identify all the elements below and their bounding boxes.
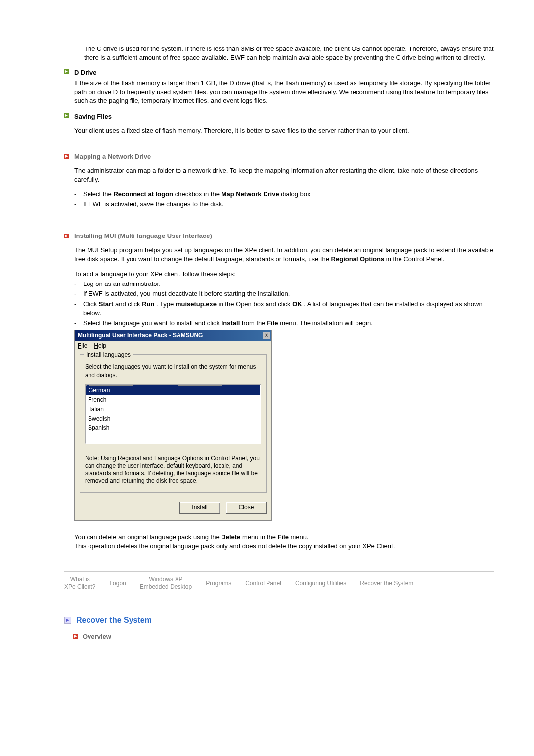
dash-item: -If EWF is activated, you must deactivat… <box>74 289 494 298</box>
dash-item: - Select the Reconnect at logon checkbox… <box>74 190 494 199</box>
close-button[interactable]: Close <box>226 502 267 514</box>
section-square-icon <box>64 617 71 624</box>
delete-pack-line1: You can delete an original language pack… <box>74 533 494 542</box>
fieldset-legend: Install languages <box>84 351 133 359</box>
dash-item: -Log on as an administrator. <box>74 280 494 288</box>
text: in the Open box and click <box>217 300 292 308</box>
dialog-title: Multilingual User Interface Pack - SAMSU… <box>78 331 203 340</box>
mui-steps-intro: To add a language to your XPe client, fo… <box>74 270 494 279</box>
bold-text: File <box>267 319 278 327</box>
saving-files-heading: Saving Files <box>74 112 409 121</box>
tab-windows-xp-embedded-desktop[interactable]: Windows XP Embedded Desktop <box>140 576 192 591</box>
bullet-icon <box>64 69 74 74</box>
tab-configuring-utilities[interactable]: Configuring Utilities <box>295 580 346 587</box>
tab-logon[interactable]: Logon <box>109 580 126 587</box>
text: Select the <box>83 190 113 198</box>
dash-item: - If EWF is activated, save the changes … <box>74 200 494 209</box>
c-drive-text: The C drive is used for the system. If t… <box>84 45 494 62</box>
bold-text: muisetup.exe <box>176 300 217 308</box>
text: Log on as an administrator. <box>83 280 161 288</box>
bold-text: Map Network Drive <box>222 190 279 198</box>
bold-text: Regional Options <box>331 255 385 263</box>
bold-text: Install <box>222 319 240 327</box>
language-listbox[interactable]: German French Italian Swedish Spanish <box>85 384 261 444</box>
dash-icon: - <box>74 200 83 209</box>
list-item[interactable]: Swedish <box>86 414 260 424</box>
overview-heading: Overview <box>83 632 111 641</box>
nav-tabs: What is XPe Client? Logon Windows XP Emb… <box>64 572 494 595</box>
list-item[interactable]: Spanish <box>86 424 260 433</box>
menu-file[interactable]: File <box>78 342 87 350</box>
list-item[interactable]: German <box>86 385 260 396</box>
text: Select the language you want to install … <box>83 319 222 327</box>
section-icon <box>64 234 74 239</box>
delete-pack-line2: This operation deletes the original lang… <box>74 542 494 551</box>
mapping-intro: The administrator can map a folder to a … <box>74 166 494 184</box>
svg-marker-8 <box>66 619 69 622</box>
tab-programs[interactable]: Programs <box>206 580 231 587</box>
d-drive-text: If the size of the flash memory is large… <box>74 79 494 106</box>
mapping-heading: Mapping a Network Drive <box>74 152 151 161</box>
text: If EWF is activated, you must deactivate… <box>83 289 290 298</box>
bullet-icon <box>64 113 74 118</box>
menu-help[interactable]: Help <box>94 342 106 350</box>
tab-what-is-xpe-client[interactable]: What is XPe Client? <box>64 576 95 591</box>
text: If EWF is activated, save the changes to… <box>83 200 223 209</box>
text: dialog box. <box>279 190 312 198</box>
text: from the <box>240 319 267 327</box>
tab-recover-the-system[interactable]: Recover the System <box>360 580 413 587</box>
dash-item: - Select the language you want to instal… <box>74 319 494 328</box>
bold-text: OK <box>292 300 302 308</box>
d-drive-heading: D Drive <box>74 68 494 77</box>
text: in the Control Panel. <box>384 255 444 263</box>
list-item[interactable]: French <box>86 395 260 405</box>
section-icon <box>73 634 79 639</box>
recover-heading: Recover the System <box>76 615 152 626</box>
text: Click <box>83 300 99 308</box>
install-button[interactable]: Install <box>179 502 220 514</box>
tab-control-panel[interactable]: Control Panel <box>245 580 281 587</box>
dash-icon: - <box>74 190 83 199</box>
dash-item: - Click Start and click Run . Type muise… <box>74 300 494 318</box>
bold-text: Start <box>99 300 114 308</box>
mui-heading: Installing MUI (Multi-language User Inte… <box>74 232 212 240</box>
text: . Type <box>155 300 176 308</box>
text: menu. The installation will begin. <box>278 319 373 327</box>
text: and click <box>113 300 142 308</box>
bold-text: Run <box>142 300 154 308</box>
section-icon <box>64 154 74 159</box>
fieldset-note: Note: Using Regional and Language Option… <box>85 455 261 485</box>
bold-text: Reconnect at logon <box>113 190 173 198</box>
text: checkbox in the <box>173 190 222 198</box>
install-languages-fieldset: Install languages Select the languages y… <box>80 354 267 493</box>
fieldset-desc: Select the languages you want to install… <box>85 363 261 379</box>
list-item[interactable]: Italian <box>86 405 260 414</box>
close-icon[interactable]: × <box>263 332 270 339</box>
saving-files-text: Your client uses a fixed size of flash m… <box>74 126 409 135</box>
mui-dialog: Multilingual User Interface Pack - SAMSU… <box>74 330 272 521</box>
